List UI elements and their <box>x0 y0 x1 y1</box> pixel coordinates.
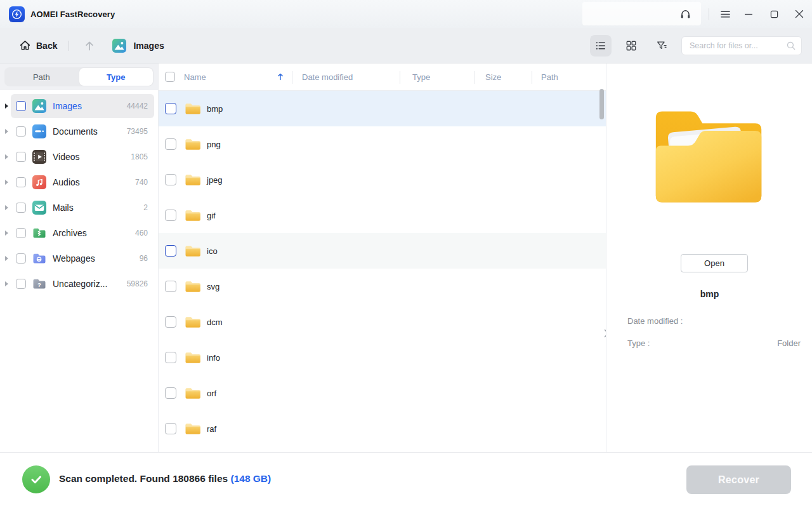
column-header-name[interactable]: Name <box>159 64 292 90</box>
sidebar-item[interactable]: Mails 2 <box>0 195 158 220</box>
select-all-checkbox[interactable] <box>165 72 175 82</box>
preview-panel: Open bmp Date modified : Type : Folder <box>606 64 812 452</box>
column-header-size[interactable]: Size <box>475 64 532 90</box>
filter-button[interactable] <box>651 35 672 57</box>
column-header-type[interactable]: Type <box>400 64 475 90</box>
back-button[interactable]: Back <box>19 39 57 51</box>
sidebar-item[interactable]: Images 44442 <box>0 93 158 119</box>
audios-icon <box>32 175 46 189</box>
images-icon <box>112 39 126 53</box>
tab-type[interactable]: Type <box>79 68 154 86</box>
row-checkbox[interactable] <box>165 316 176 328</box>
row-checkbox[interactable] <box>165 103 176 114</box>
item-count: 73495 <box>127 127 148 136</box>
table-row[interactable]: info <box>159 340 606 375</box>
success-check-icon <box>22 465 50 493</box>
title-bar: AOMEI FastRecovery <box>0 0 812 28</box>
sidebar-item[interactable]: Documents 73495 <box>0 119 158 144</box>
open-button[interactable]: Open <box>681 254 748 272</box>
folder-icon <box>185 208 201 222</box>
up-directory-button[interactable] <box>81 37 98 55</box>
item-label: Archives <box>53 228 135 238</box>
support-headset-icon[interactable] <box>674 3 696 25</box>
folder-icon <box>185 173 201 187</box>
expand-arrow-icon[interactable] <box>5 205 8 210</box>
menu-button[interactable] <box>714 3 736 25</box>
expand-arrow-icon[interactable] <box>5 129 8 134</box>
row-name: png <box>207 140 221 149</box>
table-row[interactable]: svg <box>159 269 606 304</box>
maximize-button[interactable] <box>761 3 787 25</box>
row-checkbox[interactable] <box>165 210 176 221</box>
archives-icon <box>32 226 46 240</box>
expand-arrow-icon[interactable] <box>5 231 8 236</box>
minimize-button[interactable] <box>736 3 761 25</box>
column-header-path[interactable]: Path <box>532 64 606 90</box>
expand-arrow-icon[interactable] <box>5 180 8 185</box>
table-row[interactable]: bmp <box>159 91 606 126</box>
table-row[interactable]: orf <box>159 375 606 411</box>
row-checkbox[interactable] <box>165 387 176 399</box>
window-title: AOMEI FastRecovery <box>30 10 115 19</box>
tab-path[interactable]: Path <box>4 67 79 86</box>
item-checkbox[interactable] <box>16 203 26 213</box>
recover-button[interactable]: Recover <box>686 465 791 494</box>
table-row[interactable]: jpeg <box>159 162 606 197</box>
table-row[interactable]: ico <box>159 233 606 269</box>
sidebar: Path Type Images 44442 <box>0 64 159 452</box>
row-checkbox[interactable] <box>165 423 176 434</box>
toolbar: Back Images <box>0 28 812 64</box>
table-row[interactable]: dcm <box>159 304 606 340</box>
row-checkbox[interactable] <box>165 281 176 292</box>
sidebar-tabstrip: Path Type <box>0 64 158 90</box>
row-checkbox[interactable] <box>165 245 176 257</box>
sidebar-item[interactable]: Webpages 96 <box>0 246 158 271</box>
breadcrumb[interactable]: Images <box>112 39 164 53</box>
search-input[interactable] <box>690 41 786 50</box>
item-count: 1805 <box>131 152 148 161</box>
sidebar-item[interactable]: Audios 740 <box>0 170 158 195</box>
scrollbar-thumb[interactable] <box>599 89 604 119</box>
row-checkbox[interactable] <box>165 352 176 363</box>
item-checkbox[interactable] <box>16 228 26 238</box>
expand-arrow-icon[interactable] <box>5 154 8 159</box>
item-count: 460 <box>135 229 148 237</box>
sidebar-item[interactable]: ? Uncategoriz... 59826 <box>0 271 158 297</box>
column-header-date-modified[interactable]: Date modified <box>292 64 400 90</box>
sort-ascending-icon[interactable] <box>277 73 284 81</box>
sidebar-item[interactable]: Videos 1805 <box>0 144 158 170</box>
item-checkbox[interactable] <box>16 152 26 162</box>
preview-date-modified-label: Date modified : <box>627 316 683 326</box>
table-row[interactable]: gif <box>159 197 606 233</box>
svg-text:?: ? <box>37 281 41 288</box>
folder-preview-icon <box>651 104 769 210</box>
scan-size-badge: (148 GB) <box>230 473 271 484</box>
grid-view-button[interactable] <box>620 35 642 57</box>
table-row[interactable]: png <box>159 126 606 162</box>
item-checkbox[interactable] <box>16 279 26 289</box>
row-checkbox[interactable] <box>165 138 176 150</box>
up-arrow-icon <box>84 40 95 51</box>
item-label: Images <box>53 101 127 111</box>
table-row[interactable]: raf <box>159 411 606 446</box>
row-name: jpeg <box>207 175 223 185</box>
folder-icon <box>185 279 201 293</box>
list-view-button[interactable] <box>590 35 612 57</box>
item-count: 96 <box>140 254 148 263</box>
item-label: Audios <box>53 177 135 187</box>
item-checkbox[interactable] <box>16 177 26 187</box>
sidebar-item[interactable]: Archives 460 <box>0 220 158 246</box>
preview-type-label: Type : <box>627 338 650 348</box>
item-checkbox[interactable] <box>16 126 26 137</box>
row-name: info <box>207 353 220 363</box>
expand-arrow-icon[interactable] <box>5 256 8 261</box>
item-label: Videos <box>53 152 131 162</box>
expand-arrow-icon[interactable] <box>5 104 8 109</box>
close-button[interactable] <box>787 3 812 25</box>
folder-icon <box>185 102 201 116</box>
item-checkbox[interactable] <box>16 253 26 264</box>
item-checkbox[interactable] <box>16 101 26 111</box>
row-checkbox[interactable] <box>165 174 176 185</box>
expand-arrow-icon[interactable] <box>5 281 8 286</box>
item-label: Documents <box>53 126 127 137</box>
